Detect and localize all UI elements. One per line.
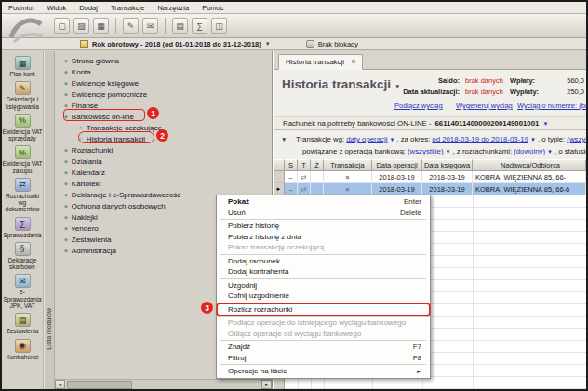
tree-bullet-icon: ◆ xyxy=(64,214,68,220)
tab-close-icon[interactable]: × xyxy=(351,58,355,66)
tree-item-rozrachunki[interactable]: ◆Rozrachunki xyxy=(59,144,270,155)
menu-pomoc[interactable]: Pomoc xyxy=(195,4,230,12)
tree-item-bankowosc-on-line[interactable]: ◆Bankowość on-line xyxy=(59,111,270,122)
dropdown-icon[interactable]: ▼ xyxy=(547,149,553,155)
column-header-s[interactable]: S xyxy=(285,159,298,171)
module-vat-zakupu[interactable]: % Ewidencja VAT zakupu xyxy=(2,145,43,174)
edit-icon[interactable]: ✎ xyxy=(123,18,139,34)
tree-item-label: Rozrachunki xyxy=(72,146,113,155)
tab-historia-transakcji[interactable]: Historia transakcji × xyxy=(278,54,363,70)
saldo-value: brak danych xyxy=(465,76,503,85)
tree-bullet-icon: ◆ xyxy=(64,225,68,231)
menu-widok[interactable]: Widok xyxy=(41,4,74,12)
wygeneruj-wyciag-link[interactable]: Wygeneruj wyciąg xyxy=(456,101,513,110)
tree-item-kalendarz[interactable]: ◆Kalendarz xyxy=(59,167,270,178)
fiscal-year-dropdown-icon[interactable]: ▼ xyxy=(265,41,271,47)
scroll-right-button[interactable]: ► xyxy=(261,380,272,389)
tree-horizontal-scrollbar[interactable]: ◄ ► xyxy=(55,379,272,389)
menu-item-label: Pokaż xyxy=(228,197,249,206)
module-plan-kont[interactable]: ▦ Plan kont xyxy=(2,56,43,77)
menu-item-uzgodnij[interactable]: Uzgodnij xyxy=(218,280,429,291)
header-gutter xyxy=(274,159,285,171)
panel-header: Historia transakcji ▼ Saldo: brak danych… xyxy=(274,70,586,116)
filters-collapse-icon[interactable]: ▼ xyxy=(281,136,287,142)
module-dekretacja[interactable]: ✎ Dekretacja i księgowania xyxy=(2,81,43,110)
menu-dodaj[interactable]: Dodaj xyxy=(73,4,104,12)
column-header-t[interactable]: T xyxy=(298,159,311,171)
module-kontrahenci[interactable]: ◉ Kontrahenci xyxy=(2,339,43,360)
menu-narzedzia[interactable]: Narzędzia xyxy=(151,4,195,12)
tree-item-label: Strona główna xyxy=(72,57,119,65)
sum-icon[interactable]: ∑ xyxy=(192,18,207,34)
column-header-data-operacji[interactable]: Data operacji xyxy=(372,159,422,171)
menu-podmiot[interactable]: Podmiot xyxy=(2,4,41,12)
esprawozdania-icon: ✉ xyxy=(15,274,31,288)
menu-item-pokaz[interactable]: Pokaż Enter xyxy=(218,196,429,208)
account-dropdown-icon[interactable]: ▼ xyxy=(542,121,548,127)
dropdown-icon[interactable]: ▼ xyxy=(389,137,394,142)
column-header-transakcja[interactable]: Transakcja xyxy=(324,159,372,171)
menu-item-dodaj-kontrahenta[interactable]: Dodaj kontrahenta xyxy=(218,266,429,277)
module-rozrachunki[interactable]: ⇄ Rozrachunki wg dokumentów xyxy=(2,178,43,213)
menu-item-operacje-na-liscie[interactable]: Operacje na liście ► xyxy=(218,366,429,377)
scroll-left-button[interactable]: ◄ xyxy=(55,380,65,389)
filter-powiazane-value[interactable]: (wszystkie) xyxy=(408,147,444,155)
module-deklaracje[interactable]: § Deklaracje skarbowe xyxy=(2,242,43,271)
column-header-nadawca[interactable]: Nadawca/Odbiorca xyxy=(473,159,586,171)
tree-item-finanse[interactable]: ◆Finanse xyxy=(59,100,270,111)
tree-item-dzialania[interactable]: ◆Działania xyxy=(59,155,270,167)
saldo-label: Saldo: xyxy=(402,76,460,85)
plan-kont-icon: ▦ xyxy=(15,56,31,70)
tree-item-label: Deklaracje i e-Sprawozdawczość xyxy=(72,191,180,199)
menu-item-pobierz-historie-z-dnia[interactable]: Pobierz historię z dnia xyxy=(218,232,429,243)
menu-item-cofnij-uzgodnienie[interactable]: Cofnij uzgodnienie xyxy=(218,290,429,302)
mail-icon[interactable]: ✉ xyxy=(142,18,158,34)
dropdown-icon[interactable]: ▼ xyxy=(530,137,536,142)
scrollbar-thumb[interactable] xyxy=(67,381,132,389)
dropdown-icon[interactable]: ▼ xyxy=(446,149,451,155)
fiscal-year-label[interactable]: Rok obrotowy - 2018 (od 01-01-2018 do 31… xyxy=(92,40,261,48)
report-icon[interactable]: ▤ xyxy=(172,18,188,34)
module-sidebar: ▦ Plan kont ✎ Dekretacja i księgowania %… xyxy=(2,51,44,389)
menu-item-label: Pobierz historię z dnia xyxy=(228,233,301,241)
menu-item-rozlicz-rozrachunki[interactable]: Rozlicz rozrachunki xyxy=(218,304,429,316)
tree-bullet-icon: ◆ xyxy=(64,147,68,153)
cell-z xyxy=(311,171,324,183)
filter-okres-value[interactable]: od 2018-03-19 do 2018-03-19 xyxy=(432,135,528,143)
tree-item-strona-glowna[interactable]: ◆Strona główna xyxy=(59,55,270,66)
account-selector[interactable]: Rachunek na potrzeby bankowości ON-LINE … xyxy=(274,116,586,130)
module-sprawozdania[interactable]: ∑ Sprawozdania xyxy=(2,217,43,238)
module-zestawienia[interactable]: ▤ Zestawienia xyxy=(2,313,43,334)
save-icon[interactable]: ▦ xyxy=(93,18,109,34)
podlacz-wyciag-link[interactable]: Podłącz wyciąg xyxy=(394,101,443,110)
menu-item-filtruj[interactable]: Filtruj F8 xyxy=(218,353,429,364)
open-icon[interactable]: ▨ xyxy=(74,18,89,34)
menu-item-znajdz[interactable]: Znajdź F7 xyxy=(218,342,429,353)
menu-item-pobierz-historie[interactable]: Pobierz historię xyxy=(218,221,429,232)
cell-data-ksiegowa: 2018-03-19 xyxy=(422,171,473,183)
new-icon[interactable]: ▢ xyxy=(54,18,70,34)
filter-typ-value[interactable]: (wszystkie) xyxy=(567,135,586,143)
tree-item-konta[interactable]: ◆Konta xyxy=(59,66,270,77)
tree-item-kartoteki[interactable]: ◆Kartoteki xyxy=(59,178,270,189)
filter-rozrachunki-label: , z rozrachunkami: xyxy=(452,147,512,155)
menu-transakcje[interactable]: Transakcje xyxy=(104,4,151,12)
tree-item-ewidencje-ksiegowe[interactable]: ◆Ewidencje księgowe xyxy=(59,77,270,88)
menu-item-dodaj-rachunek[interactable]: Dodaj rachunek xyxy=(218,256,429,267)
column-header-data-ksiegowa[interactable]: Data księgowa xyxy=(422,159,473,171)
table-row[interactable]: ← ⇄ × 2018-03-19 2018-03-19 KOBRA, WIĘZI… xyxy=(274,171,586,183)
wyciag-o-numerze-link[interactable]: Wyciąg o numerze: (brak xyxy=(517,101,586,110)
tree-bullet-icon: ◆ xyxy=(64,102,68,108)
tree-item-ewidencje-pomocnicze[interactable]: ◆Ewidencje pomocnicze xyxy=(59,88,270,100)
module-esprawozdania[interactable]: ✉ e-Sprawozdania JPK, VAT xyxy=(2,274,43,309)
wyplaty-value: 250,0 xyxy=(547,88,584,96)
filter-rozrachunki-value[interactable]: (dowolny) xyxy=(514,147,545,155)
window-icon[interactable]: ◫ xyxy=(211,18,227,34)
wplaty-value: 560,0 xyxy=(547,76,584,85)
kontrahenci-icon: ◉ xyxy=(15,339,31,353)
modules-strip[interactable]: Lista modułów xyxy=(44,51,55,389)
module-vat-sprzedazy[interactable]: % Ewidencja VAT sprzedaży xyxy=(2,114,43,142)
filter-wg-value[interactable]: daty operacji xyxy=(346,135,387,143)
menu-item-usun[interactable]: Usuń Delete xyxy=(218,208,429,219)
column-header-z[interactable]: Ż xyxy=(311,159,324,171)
